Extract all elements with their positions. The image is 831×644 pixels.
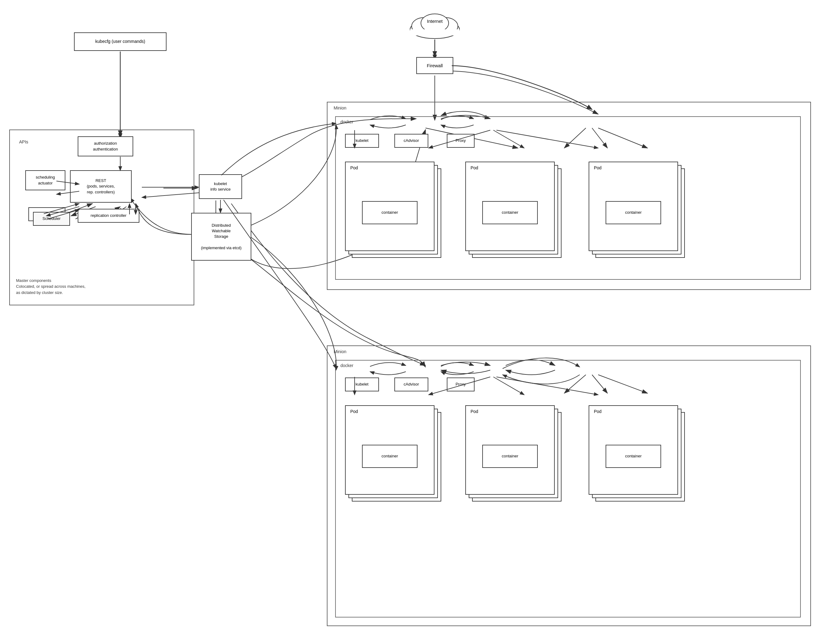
scheduler2-box: Scheduler [33, 212, 70, 226]
scheduling-box: scheduling actuator [25, 170, 65, 190]
pod1-label: Pod [350, 165, 358, 170]
master-region: APIs authorization authentication REST (… [9, 129, 194, 305]
kubelet1-box: kubelet [345, 134, 379, 148]
proxy2-box: Proxy [447, 378, 474, 391]
master-note: Master components Colocated, or spread a… [16, 277, 85, 296]
pod5-stack: Pod container [465, 405, 564, 504]
container3-box: container [606, 201, 661, 224]
container4-box: container [362, 445, 417, 468]
internet-label: Internet [404, 19, 466, 24]
kubecfg-box: kubecfg (user commands) [74, 32, 167, 51]
pod6-stack: Pod container [589, 405, 687, 504]
apis-label: APIs [19, 139, 29, 144]
container1-box: container [362, 201, 417, 224]
pod5-label: Pod [471, 409, 478, 414]
minion1-label: Minion [334, 105, 346, 110]
kubelet2-box: kubelet [345, 378, 379, 391]
replication-box: replication controller [78, 209, 139, 223]
docker2-region: docker kubelet cAdvisor Proxy Pod contai… [335, 360, 801, 617]
container2-box: container [482, 201, 538, 224]
minion2-region: Minion docker kubelet cAdvisor Proxy Pod… [327, 346, 811, 626]
pod2-label: Pod [471, 165, 478, 170]
rest-box: REST (pods, services, rep. controllers) [70, 170, 132, 202]
cadvisor2-box: cAdvisor [394, 378, 428, 391]
docker2-label: docker [341, 363, 353, 368]
pod2-stack: Pod container [465, 162, 564, 260]
pod3-stack: Pod container [589, 162, 687, 260]
proxy1-box: Proxy [447, 134, 474, 148]
pod4-label: Pod [350, 409, 358, 414]
pod1-stack: Pod container [345, 162, 444, 260]
pod4-stack: Pod container [345, 405, 444, 504]
firewall-box: Firewall [416, 57, 453, 74]
cadvisor1-box: cAdvisor [394, 134, 428, 148]
docker1-label: docker [341, 120, 353, 124]
kubelet-info-box: kubelet info service [199, 174, 242, 199]
pod3-label: Pod [594, 165, 602, 170]
minion2-label: Minion [334, 349, 346, 354]
pod6-label: Pod [594, 409, 602, 414]
container6-box: container [606, 445, 661, 468]
distributed-box: Distributed Watchable Storage (implement… [191, 213, 251, 261]
minion1-region: Minion docker kubelet cAdvisor Proxy Pod… [327, 102, 811, 290]
internet-cloud: Internet [404, 9, 466, 40]
auth-box: authorization authentication [78, 136, 133, 156]
diagram: Internet Firewall kubecfg (user commands… [0, 0, 831, 644]
container5-box: container [482, 445, 538, 468]
docker1-region: docker kubelet cAdvisor Proxy Pod contai… [335, 116, 801, 280]
svg-rect-26 [410, 29, 459, 35]
